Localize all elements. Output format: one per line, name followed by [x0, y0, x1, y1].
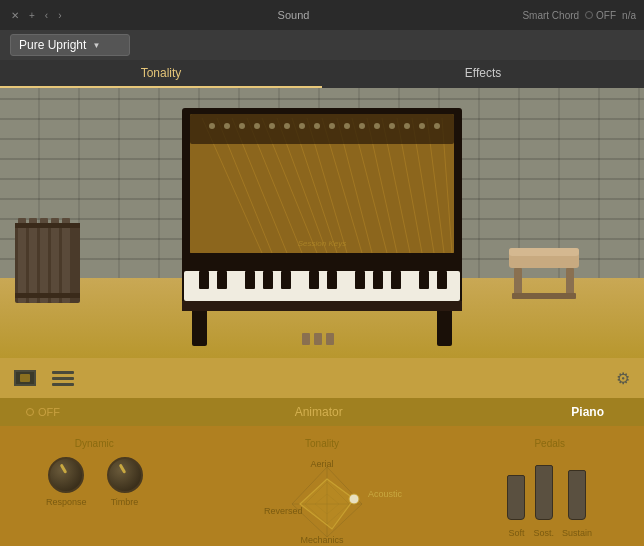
tab-effects-label: Effects — [465, 66, 501, 80]
gear-icon: ⚙ — [616, 369, 630, 388]
soft-pedal-container: Soft — [507, 475, 525, 538]
mechanics-label: Mechanics — [300, 535, 343, 545]
svg-rect-5 — [62, 218, 70, 303]
bench-decoration — [504, 243, 584, 303]
svg-rect-55 — [373, 271, 383, 289]
view-box-button[interactable] — [10, 366, 40, 390]
svg-rect-51 — [281, 271, 291, 289]
tab-effects[interactable]: Effects — [322, 60, 644, 88]
pedals-title: Pedals — [534, 438, 565, 449]
svg-rect-48 — [217, 271, 227, 289]
svg-point-29 — [209, 123, 215, 129]
svg-rect-45 — [182, 253, 462, 271]
soft-pedal-label: Soft — [508, 528, 524, 538]
sostenuto-pedal-label: Sost. — [533, 528, 554, 538]
off-mode-button[interactable]: OFF — [20, 406, 66, 418]
svg-point-37 — [329, 123, 335, 129]
animator-label: Animator — [66, 405, 571, 419]
tonality-section-title: Tonality — [305, 438, 339, 449]
off-radio-icon — [26, 408, 34, 416]
svg-rect-3 — [40, 218, 48, 303]
svg-rect-67 — [509, 248, 579, 256]
svg-rect-61 — [182, 301, 462, 311]
svg-rect-54 — [355, 271, 365, 289]
icon-bar: ⚙ — [0, 358, 644, 398]
nav-fwd-button[interactable]: › — [55, 8, 64, 23]
svg-point-41 — [389, 123, 395, 129]
sustain-pedal[interactable] — [568, 470, 586, 520]
timbre-knob[interactable] — [107, 457, 143, 493]
reversed-label: Reversed — [264, 506, 303, 516]
nav-back-button[interactable]: ‹ — [42, 8, 51, 23]
svg-rect-62 — [302, 333, 310, 345]
svg-rect-47 — [199, 271, 209, 289]
knobs-section: Dynamic Response Timbre Tonality — [0, 426, 644, 546]
svg-rect-57 — [419, 271, 429, 289]
svg-rect-52 — [309, 271, 319, 289]
piano-image: Session Keys — [162, 98, 482, 348]
svg-rect-70 — [512, 293, 576, 299]
svg-point-32 — [254, 123, 260, 129]
off-radio — [585, 11, 593, 19]
window-title: Sound — [71, 9, 517, 21]
off-indicator[interactable]: OFF — [585, 10, 616, 21]
sostenuto-pedal-container: Sost. — [533, 465, 554, 538]
sustain-pedal-container: Sustain — [562, 470, 592, 538]
timbre-knob-container: Timbre — [107, 457, 143, 507]
minimize-button[interactable]: + — [26, 8, 38, 23]
svg-point-33 — [269, 123, 275, 129]
svg-rect-64 — [326, 333, 334, 345]
svg-point-35 — [299, 123, 305, 129]
svg-point-30 — [224, 123, 230, 129]
sound-selector[interactable]: Pure Upright ▼ — [10, 34, 130, 56]
piano-area: Session Keys Upright — [0, 88, 644, 358]
piano-mode-label: Piano — [571, 405, 624, 419]
view-box-icon — [14, 370, 36, 386]
window-controls: ✕ + ‹ › — [8, 8, 65, 23]
sostenuto-pedal[interactable] — [535, 465, 553, 520]
timbre-label: Timbre — [111, 497, 139, 507]
soft-pedal[interactable] — [507, 475, 525, 520]
smart-chord-area: Smart Chord OFF n/a — [522, 10, 636, 21]
svg-point-44 — [434, 123, 440, 129]
dynamic-title: Dynamic — [75, 438, 114, 449]
tab-tonality[interactable]: Tonality — [0, 60, 322, 88]
off-mode-label: OFF — [38, 406, 60, 418]
aerial-label: Aerial — [310, 459, 333, 469]
svg-rect-28 — [190, 114, 454, 144]
radar-labels: Aerial Acoustic Mechanics Reversed — [272, 457, 372, 546]
tab-bar: Tonality Effects — [0, 60, 644, 88]
pedals-row: Soft Sost. Sustain — [507, 465, 592, 538]
svg-point-36 — [314, 123, 320, 129]
svg-rect-7 — [15, 293, 80, 298]
view-lines-button[interactable] — [48, 366, 78, 390]
svg-point-38 — [344, 123, 350, 129]
svg-point-40 — [374, 123, 380, 129]
settings-button[interactable]: ⚙ — [612, 365, 634, 392]
svg-rect-56 — [391, 271, 401, 289]
svg-rect-49 — [245, 271, 255, 289]
svg-text:Session Keys: Session Keys — [298, 239, 346, 248]
svg-point-31 — [239, 123, 245, 129]
off-text: OFF — [596, 10, 616, 21]
na-value: n/a — [622, 10, 636, 21]
tonality-panel: Tonality Aerial Acoustic Mechanics — [189, 434, 456, 546]
svg-rect-63 — [314, 333, 322, 345]
svg-point-39 — [359, 123, 365, 129]
response-label: Response — [46, 497, 87, 507]
view-lines-icon — [52, 370, 74, 386]
svg-rect-50 — [263, 271, 273, 289]
tab-tonality-label: Tonality — [141, 66, 182, 80]
svg-rect-4 — [51, 218, 59, 303]
svg-rect-58 — [437, 271, 447, 289]
svg-point-43 — [419, 123, 425, 129]
top-bar: ✕ + ‹ › Sound Smart Chord OFF n/a — [0, 0, 644, 30]
svg-rect-6 — [15, 223, 80, 228]
close-button[interactable]: ✕ — [8, 8, 22, 23]
svg-point-34 — [284, 123, 290, 129]
dynamic-knobs-row: Response Timbre — [46, 457, 143, 507]
svg-rect-53 — [327, 271, 337, 289]
svg-point-42 — [404, 123, 410, 129]
response-knob[interactable] — [48, 457, 84, 493]
smart-chord-label: Smart Chord — [522, 10, 579, 21]
